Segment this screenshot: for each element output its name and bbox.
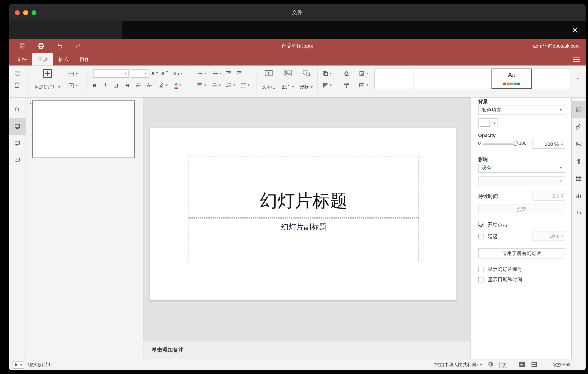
superscript-button[interactable]: A² (134, 81, 143, 90)
change-layout-button[interactable] (66, 69, 80, 78)
opacity-value-input[interactable]: 100 % (533, 139, 565, 149)
slide-subtitle-placeholder[interactable]: 幻灯片副标题 (189, 219, 419, 261)
theme-gallery-expand-button[interactable] (574, 75, 582, 82)
slide-settings-tab[interactable] (572, 101, 586, 119)
spinner-arrows[interactable] (561, 194, 563, 197)
language-select[interactable]: 中文(中华人民共和国) (434, 362, 482, 368)
insert-shape-button[interactable]: 形状 (298, 67, 315, 91)
insert-image-button[interactable]: 图片 (279, 67, 297, 91)
print-button[interactable] (36, 41, 46, 51)
delay-checkbox[interactable] (478, 234, 483, 239)
tab-collaboration[interactable]: 协作 (74, 53, 95, 65)
paragraph-settings-tab[interactable]: ¶ (572, 153, 586, 170)
zoom-out-button[interactable]: − (543, 362, 547, 368)
highlight-color-button[interactable] (156, 81, 170, 90)
image-settings-tab[interactable] (572, 136, 586, 153)
bold-button[interactable]: B (90, 81, 99, 90)
tab-insert[interactable]: 插入 (53, 53, 74, 65)
close-editor-button[interactable] (570, 25, 580, 35)
duration-input[interactable]: 2 s (533, 191, 565, 200)
apply-to-all-slides-button[interactable]: 适用于所有幻灯片 (478, 248, 565, 258)
start-on-click-checkbox[interactable] (478, 222, 483, 227)
redo-button[interactable] (74, 41, 83, 51)
save-button[interactable] (18, 41, 27, 51)
start-slideshow-status-button[interactable] (12, 361, 24, 369)
line-spacing-button[interactable] (223, 81, 238, 90)
textart-settings-tab[interactable]: Ta (572, 204, 586, 221)
slide[interactable]: 幻灯片标题 幻灯片副标题 (150, 128, 457, 301)
sidebar-search-button[interactable] (9, 101, 26, 118)
underline-button[interactable]: U (112, 81, 121, 90)
change-case-button[interactable]: Aa (171, 69, 185, 78)
horizontal-align-button[interactable] (194, 81, 209, 90)
sidebar-comments-button[interactable] (9, 135, 26, 152)
theme-thumbnail-selected[interactable]: Aa (492, 68, 532, 89)
minimize-window-button[interactable] (23, 10, 28, 15)
close-window-button[interactable] (15, 10, 20, 15)
transition-variant-select[interactable] (478, 176, 565, 186)
sidebar-slides-button[interactable] (9, 118, 26, 135)
tab-home[interactable]: 主页 (32, 53, 53, 65)
fit-width-button[interactable] (531, 361, 538, 369)
font-color-button[interactable]: A (171, 81, 185, 90)
copy-style-button[interactable] (342, 81, 351, 90)
theme-thumbnail[interactable] (532, 68, 571, 89)
notes-area[interactable]: 单击添加备注 (143, 341, 470, 359)
show-slide-number-checkbox[interactable] (478, 267, 483, 272)
add-slide-button[interactable]: 添加幻灯片 (30, 67, 65, 91)
clear-style-button[interactable] (342, 69, 351, 78)
arrange-shapes-button[interactable] (320, 69, 334, 78)
opacity-slider-track[interactable] (483, 143, 516, 144)
insert-textbox-button[interactable]: 文本框 (260, 67, 277, 91)
fit-slide-button[interactable] (519, 361, 525, 369)
show-date-time-checkbox[interactable] (478, 277, 483, 283)
vertical-align-button[interactable] (209, 81, 223, 90)
theme-thumbnail[interactable] (413, 68, 453, 89)
copy-button[interactable] (12, 69, 22, 78)
background-color-picker[interactable] (478, 118, 498, 128)
set-language-button[interactable] (488, 361, 494, 368)
bullet-list-button[interactable] (194, 69, 209, 78)
spinner-arrows[interactable] (561, 142, 563, 145)
close-icon (572, 27, 579, 33)
hamburger-menu-button[interactable] (573, 57, 580, 62)
increase-font-size-button[interactable]: A (150, 69, 159, 78)
decrease-font-size-button[interactable]: A (160, 69, 169, 78)
opacity-slider-knob[interactable] (513, 141, 518, 146)
insert-columns-button[interactable] (238, 81, 252, 90)
paste-button[interactable] (12, 81, 22, 90)
chart-settings-tab[interactable] (572, 187, 586, 204)
slide-thumbnail[interactable] (32, 100, 135, 158)
fit-width-icon (531, 361, 538, 367)
theme-thumbnail[interactable] (453, 68, 492, 89)
chevron-down-icon (310, 86, 313, 88)
theme-thumbnail[interactable] (374, 68, 414, 89)
decrease-indent-button[interactable] (224, 69, 233, 78)
subscript-button[interactable]: A₂ (145, 81, 154, 90)
numbered-list-button[interactable] (209, 69, 224, 78)
align-shapes-button[interactable] (320, 81, 334, 90)
font-name-select[interactable] (93, 69, 129, 78)
zoom-window-button[interactable] (32, 10, 36, 15)
delay-input[interactable]: 10 s (533, 231, 565, 241)
tab-file[interactable]: 文件 (11, 53, 32, 65)
font-size-select[interactable] (131, 69, 149, 78)
sidebar-chat-button[interactable] (9, 152, 26, 168)
table-settings-tab[interactable] (572, 170, 586, 187)
spinner-arrows[interactable] (561, 234, 563, 238)
transition-effect-select[interactable]: 没有 (478, 163, 565, 173)
italic-button[interactable]: I (101, 81, 110, 90)
shape-settings-tab[interactable] (572, 118, 586, 136)
slide-fill-color-button[interactable] (356, 69, 371, 78)
zoom-in-button[interactable]: + (576, 362, 580, 368)
background-fill-select[interactable]: 颜色填充 (478, 105, 565, 115)
undo-button[interactable] (55, 41, 64, 51)
spellcheck-button[interactable]: ABC (500, 362, 507, 368)
start-slideshow-button[interactable] (66, 81, 80, 90)
increase-indent-button[interactable] (235, 69, 244, 78)
preview-button[interactable]: 预览 (478, 204, 565, 214)
add-slide-label: 添加幻灯片 (35, 84, 56, 90)
strikethrough-button[interactable]: S (123, 81, 132, 90)
slide-title-placeholder[interactable]: 幻灯片标题 (189, 156, 419, 218)
slide-size-button[interactable] (356, 81, 371, 90)
